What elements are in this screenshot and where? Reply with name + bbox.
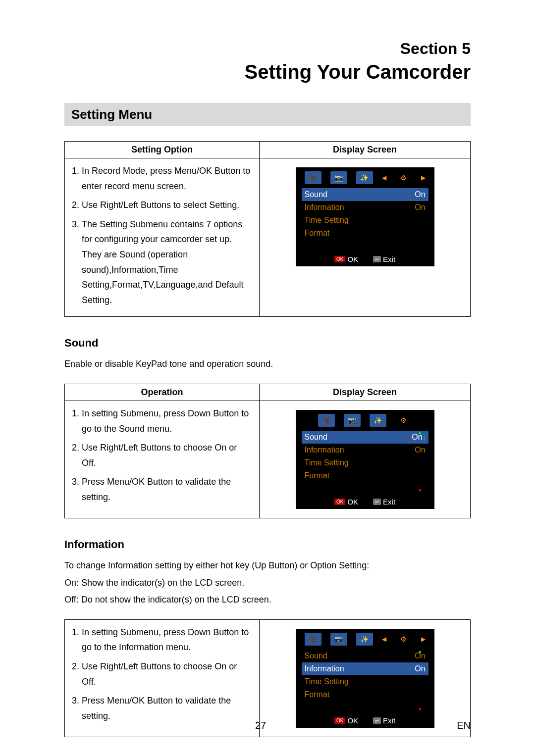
sound-operation-cell: In setting Submenu, press Down Button to…: [65, 401, 260, 518]
exit-indicator: ↩Exit: [373, 255, 395, 263]
left-arrow-icon: ◀: [382, 636, 386, 643]
list-item: The Setting Submenu contains 7 options f…: [82, 217, 253, 308]
header-setting-option: Setting Option: [65, 142, 260, 158]
list-item: Press Menu/OK Button to validate the set…: [82, 693, 253, 723]
up-indicator-icon: ▲: [418, 430, 423, 435]
menu-row-time-setting: Time Setting: [302, 456, 428, 469]
up-indicator-icon: ▲: [418, 649, 423, 654]
setting-menu-heading: Setting Menu: [64, 103, 471, 126]
setting-option-table: Setting Option Display Screen In Record …: [64, 141, 471, 317]
information-operation-cell: In setting Submenu, press Down Button to…: [65, 619, 260, 737]
camcorder-screen: 🎥 📷 ✨ ◀ ⚙ ▶ ▲ SoundOn InformationOn Time…: [296, 629, 434, 728]
video-icon: 🎥: [318, 414, 335, 427]
screen-tabbar: 🎥 📷 ✨ ◀ ⚙ ▶: [296, 629, 434, 646]
list-item: Use Right/Left Buttons to choose On or O…: [82, 440, 253, 470]
menu-row-information: InformationOn: [302, 444, 428, 456]
effects-icon: ✨: [370, 414, 386, 427]
display-screen-cell: 🎥 📷 ✨ ◀ ⚙ ▶ ▲ SoundOn InformationOn Time…: [260, 619, 471, 737]
camera-icon: 📷: [330, 633, 347, 646]
header-display-screen: Display Screen: [260, 142, 471, 158]
page-number: 27: [64, 720, 457, 731]
screen-footer: OKOK ↩Exit: [296, 255, 434, 263]
menu-row-time-setting: Time Setting: [302, 214, 428, 227]
manual-page: Section 5 Setting Your Camcorder Setting…: [0, 0, 535, 756]
ok-indicator: OKOK: [334, 255, 358, 263]
menu-row-information: InformationOn: [302, 201, 428, 214]
section-title: Setting Your Camcorder: [64, 61, 471, 83]
menu-row-format: Format: [302, 469, 428, 482]
effects-icon: ✨: [356, 633, 373, 646]
sound-operation-table: Operation Display Screen In setting Subm…: [64, 384, 471, 518]
exit-indicator: ↩Exit: [373, 498, 395, 506]
ok-indicator: OKOK: [334, 498, 358, 506]
display-screen-cell: 🎥 📷 ✨ ◀ ⚙ ▶ SoundOn InformationOn Time S…: [260, 158, 471, 317]
screen-menu-list: SoundOn InformationOn Time Setting Forma…: [302, 650, 428, 701]
right-arrow-icon: ▶: [421, 636, 426, 643]
list-item: In setting Submenu, press Down Button to…: [82, 406, 253, 436]
information-heading: Information: [64, 538, 471, 551]
setting-option-cell: In Record Mode, press Menu/OK Button to …: [65, 158, 260, 317]
menu-row-sound: SoundOn: [302, 431, 428, 444]
camcorder-screen: 🎥 📷 ✨ ⚙ ▲ SoundOn InformationOn Time Set…: [296, 410, 434, 509]
menu-row-format: Format: [302, 688, 428, 701]
list-item: Use Right/Left Buttons to choose On or O…: [82, 659, 253, 689]
right-arrow-icon: ▶: [421, 174, 426, 181]
down-indicator-icon: ▼: [418, 706, 423, 712]
left-arrow-icon: ◀: [382, 174, 386, 181]
menu-row-information: InformationOn: [302, 662, 428, 675]
list-item: Press Menu/OK Button to validate the set…: [82, 474, 253, 504]
menu-row-sound: SoundOn: [302, 650, 428, 662]
camera-icon: 📷: [330, 171, 347, 184]
sound-heading: Sound: [64, 337, 471, 350]
list-item: In setting Submenu, press Down Button to…: [82, 625, 253, 655]
menu-row-format: Format: [302, 227, 428, 240]
gear-icon: ⚙: [395, 414, 412, 427]
video-icon: 🎥: [305, 171, 321, 184]
screen-footer: OKOK ↩Exit: [296, 498, 434, 506]
list-item: Use Right/Left Buttons to select Setting…: [82, 198, 253, 213]
menu-row-time-setting: Time Setting: [302, 675, 428, 688]
screen-menu-list: SoundOn InformationOn Time Setting Forma…: [302, 431, 428, 482]
camera-icon: 📷: [344, 414, 361, 427]
effects-icon: ✨: [356, 171, 373, 184]
section-number: Section 5: [64, 40, 471, 58]
language-code: EN: [457, 720, 471, 731]
gear-icon: ⚙: [395, 633, 412, 646]
screen-menu-list: SoundOn InformationOn Time Setting Forma…: [302, 188, 428, 240]
display-screen-cell: 🎥 📷 ✨ ⚙ ▲ SoundOn InformationOn Time Set…: [260, 401, 471, 518]
information-description: To change Information setting by either …: [64, 558, 471, 607]
menu-row-sound: SoundOn: [302, 188, 428, 201]
page-footer: 27 EN: [0, 720, 535, 731]
header-operation: Operation: [65, 384, 260, 401]
video-icon: 🎥: [305, 633, 321, 646]
list-item: In Record Mode, press Menu/OK Button to …: [82, 163, 253, 194]
header-display-screen: Display Screen: [260, 384, 471, 401]
screen-tabbar: 🎥 📷 ✨ ⚙: [296, 410, 434, 427]
sound-description: Enable or disable KeyPad tone and operat…: [64, 356, 471, 372]
camcorder-screen: 🎥 📷 ✨ ◀ ⚙ ▶ SoundOn InformationOn Time S…: [296, 167, 434, 266]
down-indicator-icon: ▼: [418, 488, 423, 493]
screen-tabbar: 🎥 📷 ✨ ◀ ⚙ ▶: [296, 167, 434, 184]
gear-icon: ⚙: [395, 171, 412, 184]
